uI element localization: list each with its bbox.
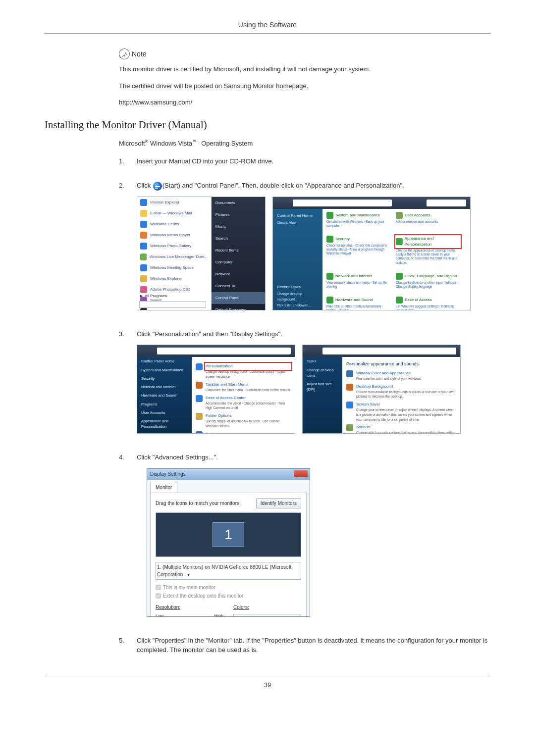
- start-menu-right-item: Pictures: [212, 209, 265, 221]
- monitor-select: 1. (Multiple Monitors) on NVIDIA GeForce…: [156, 562, 301, 580]
- step-1-text: Insert your Manual CD into your CD-ROM d…: [137, 156, 490, 166]
- pz-side-item: Clock, Language, and Region: [137, 431, 192, 434]
- monitor-tab: Monitor: [150, 482, 177, 493]
- step-3-num: 3.: [119, 329, 128, 339]
- cp-side-heading: Control Panel Home: [273, 209, 322, 220]
- start-menu-right-item: Default Programs: [212, 304, 265, 310]
- start-menu-item: Windows Live Messenger Download: [137, 252, 211, 262]
- pz-side-item: Tasks: [303, 357, 342, 365]
- pz-side-item: Network and Internet: [137, 383, 192, 391]
- note-block: Note This monitor driver is certified by…: [119, 49, 490, 107]
- pz-item: FontsInstall or remove a font: [196, 431, 291, 434]
- note-url: http://www.samsung.com/: [119, 98, 490, 107]
- pz-side-item: Appearance and Personalization: [137, 417, 192, 431]
- drag-instruction: Drag the icons to match your monitors.: [156, 500, 241, 507]
- start-menu-item: Windows Meeting Space: [137, 262, 211, 273]
- start-menu-item: Windows Media Player: [137, 230, 211, 241]
- start-menu-right-item: Network: [212, 268, 265, 280]
- pz-side-item: Change desktop icons: [303, 366, 342, 380]
- start-menu-right-item: Documents: [212, 197, 265, 209]
- step-2: 2. Click (Start) and "Control Panel". Th…: [119, 181, 490, 320]
- identify-monitors-button: Identify Monitors: [256, 498, 301, 508]
- cp-category: Appearance and PersonalizationChange the…: [396, 236, 460, 271]
- start-menu-right-item: Search: [212, 233, 265, 245]
- pz-side-item: Adjust font size (DPI): [303, 380, 342, 394]
- start-menu-right-item: Connect To: [212, 280, 265, 292]
- note-line-2: The certified driver will be posted on S…: [119, 81, 490, 91]
- cp-category: Hardware and SoundPlay CDs or other medi…: [326, 297, 391, 310]
- pz-item: Screen SaverChange your screen saver or …: [346, 402, 456, 422]
- start-menu-right-item: Control Panel: [212, 292, 265, 304]
- main-monitor-checkbox: This is my main monitor: [156, 584, 301, 591]
- cp-category: SecurityCheck for updates · Check this c…: [326, 236, 391, 271]
- step-4-num: 4.: [119, 453, 128, 462]
- start-menu-right-item: Music: [212, 221, 265, 233]
- step-3: 3. Click "Personalization" and then "Dis…: [119, 329, 490, 444]
- colors-label: Colors:: [233, 605, 249, 610]
- cp-category: Ease of AccessLet Windows suggest settin…: [396, 297, 460, 310]
- cp-side-recent-0: Change desktop background: [273, 291, 322, 302]
- pz-item: SoundsChange which sounds are heard when…: [346, 424, 456, 434]
- personalization-heading: Personalize appearance and sounds: [346, 361, 456, 368]
- monitor-thumbnail: 1: [213, 522, 244, 547]
- start-menu-right-item: Recent Items: [212, 245, 265, 256]
- cp-category: Clock, Language, and RegionChange keyboa…: [396, 273, 460, 295]
- start-menu-item: Internet Explorer: [137, 197, 211, 208]
- step-4-text: Click "Advanced Settings...".: [137, 453, 490, 462]
- section-subtitle: Microsoft® Windows Vista™，Operating Syst…: [119, 139, 490, 149]
- pz-item: PersonalizationChange desktop background…: [196, 363, 291, 379]
- start-menu-item: Welcome Center: [137, 219, 211, 230]
- colors-select: Highest (32 bit): [233, 614, 301, 617]
- pz-item: Window Color and AppearanceFine tune the…: [346, 370, 456, 381]
- screenshot-start-menu: Internet ExplorerE-mail — Windows MailWe…: [137, 197, 266, 310]
- pz-item: Taskbar and Start MenuCustomize the Star…: [196, 382, 291, 393]
- start-menu-item: Windows Explorer: [137, 273, 211, 284]
- step-2-num: 2.: [119, 181, 128, 191]
- screenshot-control-panel: Control Panel Home Classic View Recent T…: [272, 197, 471, 310]
- dialog-title: Display Settings: [150, 470, 186, 478]
- pz-side-item: Security: [137, 374, 192, 383]
- cp-side-classic: Classic View: [273, 220, 322, 226]
- step-5: 5. Click "Properties" in the "Monitor" t…: [119, 636, 490, 661]
- page-header: Using the Software: [45, 20, 490, 34]
- pz-item: Desktop BackgroundChoose from available …: [346, 384, 456, 400]
- cp-side-recent-1: Pick a list of allowed...: [273, 302, 322, 309]
- all-programs: All Programs: [140, 293, 167, 299]
- screenshot-display-settings: Display Settings Monitor Drag the icons …: [147, 468, 310, 617]
- pz-side-item: User Accounts: [137, 408, 192, 417]
- pz-side-item: Control Panel Home: [137, 357, 192, 365]
- start-menu-search: [139, 301, 206, 308]
- step-1: 1. Insert your Manual CD into your CD-RO…: [119, 156, 490, 172]
- step-3-text: Click "Personalization" and then "Displa…: [137, 329, 490, 339]
- step-5-num: 5.: [119, 636, 128, 646]
- start-orb-icon: [153, 182, 162, 191]
- cp-side-recent-heading: Recent Tasks: [273, 280, 322, 291]
- note-label: Note: [132, 49, 147, 59]
- note-line-1: This monitor driver is certified by Micr…: [119, 64, 490, 74]
- close-icon: [294, 470, 308, 477]
- pz-item: Ease of Access CenterAccommodate low vis…: [196, 395, 291, 411]
- pz-item: Folder OptionsSpecify single- or double-…: [196, 413, 291, 429]
- pz-side-item: System and Maintenance: [137, 366, 192, 374]
- extend-desktop-checkbox: Extend the desktop onto this monitor: [156, 592, 301, 600]
- resolution-label: Resolution:: [156, 605, 180, 610]
- pz-side-item: Programs: [137, 400, 192, 408]
- section-heading: Installing the Monitor Driver (Manual): [45, 117, 490, 133]
- start-menu-item: Windows Photo Gallery: [137, 241, 211, 252]
- pz-side-item: Hardware and Sound: [137, 391, 192, 400]
- slider-low: Low: [156, 613, 164, 617]
- step-5-text: Click "Properties" in the "Monitor" tab.…: [137, 636, 490, 655]
- page-number: 39: [45, 676, 490, 690]
- start-menu-right-item: Computer: [212, 256, 265, 268]
- note-icon: [118, 48, 130, 60]
- cp-category: Network and InternetView network status …: [326, 273, 391, 295]
- step-4: 4. Click "Advanced Settings...". Display…: [119, 453, 490, 627]
- cp-category: System and MaintenanceGet started with W…: [326, 212, 391, 234]
- step-2-text: Click (Start) and "Control Panel". Then,…: [137, 181, 490, 191]
- start-menu-item: E-mail — Windows Mail: [137, 208, 211, 219]
- cp-category: User AccountsAdd or remove user accounts: [396, 212, 460, 234]
- step-1-num: 1.: [119, 156, 128, 166]
- screenshot-personalization: TasksChange desktop iconsAdjust font siz…: [302, 345, 461, 434]
- slider-high: High: [214, 613, 223, 617]
- screenshot-appearance-personalization: Control Panel HomeSystem and Maintenance…: [137, 345, 295, 434]
